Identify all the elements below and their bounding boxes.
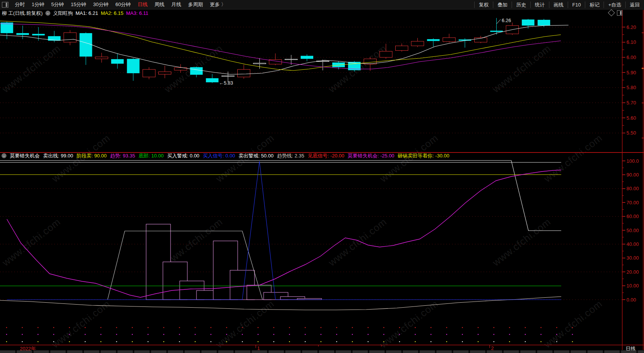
chart-canvas[interactable]: 6.206.106.005.905.805.705.605.50←5.836.2… (0, 0, 644, 353)
stock-title: 柳 工(日线.前复权) (2, 10, 43, 17)
indicator-values: 卖出线: 99.00阶段卖: 90.00趋势: 93.35底部: 10.00买入… (43, 152, 449, 159)
svg-text:6.26: 6.26 (502, 18, 511, 23)
tools-menu: 复权叠加历史统计画线F10标记+自选返回 (474, 0, 644, 9)
svg-text:6.00: 6.00 (626, 55, 636, 60)
svg-text:10.00: 10.00 (626, 283, 639, 289)
menu-item-月线[interactable]: 月线 (168, 1, 185, 8)
chevron-down-circle-icon[interactable]: ⌄ (45, 11, 50, 16)
date-axis-bar: 2022年 日线 12 (0, 345, 644, 350)
svg-text:6.20: 6.20 (626, 24, 636, 30)
indicator-field: 买入警戒: 0.00 (167, 152, 200, 159)
svg-text:5.70: 5.70 (626, 100, 636, 106)
trading-app: { "app": {"watermark": "www.cfchi.com"},… (0, 0, 644, 353)
svg-text:100.0: 100.0 (626, 158, 639, 164)
menu-bar: 分时1分钟5分钟15分钟30分钟60分钟日线周线月线多周期更多 〉 复权叠加历史… (0, 0, 644, 10)
menu-item-周线[interactable]: 周线 (151, 1, 168, 8)
svg-text:70.00: 70.00 (626, 200, 639, 205)
month-tick (318, 345, 319, 347)
svg-text:←5.83: ←5.83 (219, 80, 233, 86)
candlestick-chart (1, 18, 551, 83)
menu-item-+自选[interactable]: +自选 (604, 2, 625, 8)
svg-text:80.00: 80.00 (626, 186, 639, 191)
main-indicator-name[interactable]: 义阳旺狗 (53, 10, 73, 17)
svg-text:5.80: 5.80 (626, 85, 636, 90)
horizontal-scrollbar[interactable] (0, 350, 644, 353)
menu-item-叠加[interactable]: 叠加 (493, 2, 512, 8)
menu-item-多周期[interactable]: 多周期 (185, 1, 206, 8)
indicator-field: 卖出线: 99.00 (43, 152, 73, 159)
period-menu: 分时1分钟5分钟15分钟30分钟60分钟日线周线月线多周期更多 〉 (11, 1, 230, 8)
menu-item-画线[interactable]: 画线 (549, 2, 568, 8)
menu-item-15分钟[interactable]: 15分钟 (67, 1, 89, 8)
indicator-field: 莫要错失机会: -25.00 (348, 152, 394, 159)
menu-item-返回[interactable]: 返回 (625, 2, 644, 8)
menu-item-复权[interactable]: 复权 (474, 2, 493, 8)
indicator-field: 见底信号: -20.00 (308, 152, 344, 159)
indicator-field: 阶段卖: 90.00 (77, 152, 107, 159)
svg-text:0.00: 0.00 (626, 297, 636, 303)
menu-item-F10[interactable]: F10 (568, 2, 585, 8)
signal-dot-rows (6, 327, 573, 342)
menu-item-历史[interactable]: 历史 (512, 2, 530, 8)
month-tick (381, 345, 382, 347)
menu-item-更多 〉[interactable]: 更多 〉 (206, 1, 230, 8)
ma2-value: MA2: 6.15 (101, 10, 123, 16)
split-panel-icon[interactable] (617, 10, 622, 16)
month-tick (256, 345, 256, 348)
svg-text:5.50: 5.50 (626, 130, 636, 136)
indicator-field: 趋势: 93.35 (110, 152, 135, 159)
svg-text:60.00: 60.00 (626, 213, 639, 219)
indicator-name[interactable]: 莫要错失机会 (10, 152, 40, 159)
menu-item-5分钟[interactable]: 5分钟 (48, 1, 67, 8)
title-bar: 柳 工(日线.前复权) ⌄ 义阳旺狗 MA1: 6.21 MA2: 6.15 M… (0, 10, 612, 17)
svg-text:5.60: 5.60 (626, 115, 636, 121)
menu-item-日线[interactable]: 日线 (134, 1, 151, 8)
svg-text:90.00: 90.00 (626, 172, 639, 178)
svg-text:30.00: 30.00 (626, 255, 639, 261)
month-tick (489, 345, 490, 348)
menu-item-标记[interactable]: 标记 (585, 2, 604, 8)
indicator-header: ⌄ 莫要错失机会 卖出线: 99.00阶段卖: 90.00趋势: 93.35底部… (2, 153, 449, 159)
diamond-outline-icon[interactable] (608, 9, 615, 16)
svg-text:20.00: 20.00 (626, 269, 639, 275)
ma3-value: MA3: 6.11 (126, 10, 148, 16)
indicator-field: 底部: 10.00 (138, 152, 164, 159)
chevron-down-circle-icon[interactable]: ⌄ (2, 153, 6, 158)
svg-text:50.00: 50.00 (626, 228, 639, 233)
chart-corner-icons (609, 10, 622, 16)
svg-text:5.90: 5.90 (626, 70, 636, 75)
indicator-field: 砸锅卖田等着你: -30.00 (398, 152, 449, 159)
window-layout-icon[interactable] (2, 2, 8, 8)
indicator-field: 卖出警戒: 50.00 (238, 152, 274, 159)
indicator-field: 买入信号: 0.00 (203, 152, 235, 159)
menu-item-1分钟[interactable]: 1分钟 (28, 1, 48, 8)
menu-item-统计[interactable]: 统计 (530, 2, 549, 8)
indicator-bars (146, 224, 322, 300)
ma1-value: MA1: 6.21 (76, 10, 98, 16)
menu-item-分时[interactable]: 分时 (11, 1, 28, 8)
svg-text:40.00: 40.00 (626, 241, 639, 247)
menu-item-30分钟[interactable]: 30分钟 (90, 1, 112, 8)
menu-item-60分钟[interactable]: 60分钟 (112, 1, 134, 8)
svg-text:6.10: 6.10 (626, 39, 636, 45)
indicator-field: 趋势线: 2.35 (277, 152, 304, 159)
